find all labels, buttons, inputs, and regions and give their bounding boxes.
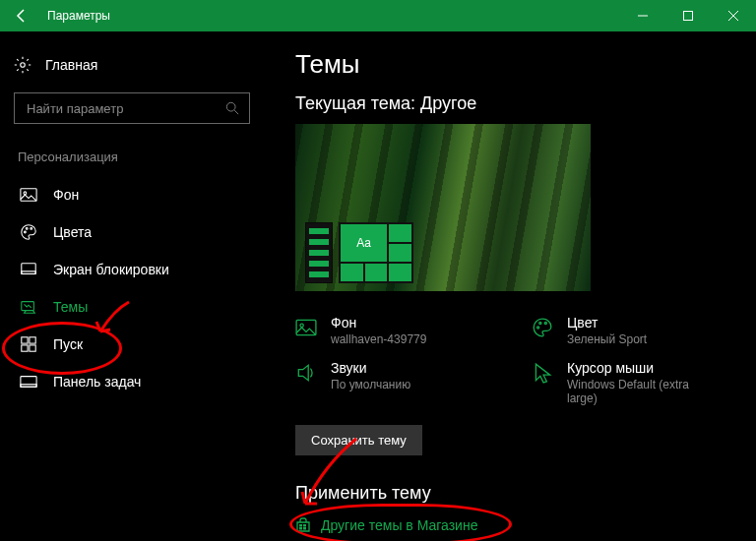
taskbar-icon [20, 373, 37, 391]
svg-rect-1 [684, 12, 693, 21]
titlebar: Параметры [0, 0, 756, 31]
save-theme-button[interactable]: Сохранить тему [295, 425, 422, 455]
svg-rect-27 [303, 527, 306, 530]
svg-point-20 [300, 324, 303, 327]
section-header: Персонализация [18, 150, 266, 164]
cursor-icon [532, 362, 553, 384]
back-button[interactable] [0, 0, 43, 31]
palette-icon [20, 223, 37, 241]
picture-icon [20, 186, 37, 204]
palette-icon [532, 317, 553, 338]
svg-point-6 [24, 192, 27, 195]
sidebar: Главная Персонализация Фон Цвета Экран б… [0, 31, 266, 541]
svg-rect-13 [22, 337, 28, 343]
sidebar-item-label: Фон [53, 187, 79, 203]
page-title: Темы [295, 49, 736, 80]
sidebar-item-lockscreen[interactable]: Экран блокировки [14, 251, 266, 288]
setting-label: Курсор мыши [567, 360, 719, 376]
svg-rect-18 [21, 385, 36, 388]
main-content: Темы Текущая тема: Другое Aa Фонwallhave… [266, 31, 756, 541]
svg-line-4 [234, 110, 238, 114]
svg-rect-24 [299, 524, 302, 527]
sidebar-item-colors[interactable]: Цвета [14, 213, 266, 251]
start-icon [20, 335, 37, 353]
setting-label: Фон [331, 315, 426, 331]
setting-value: По умолчанию [331, 378, 410, 391]
svg-point-3 [226, 102, 235, 111]
setting-label: Звуки [331, 360, 410, 376]
minimize-button[interactable] [620, 0, 665, 31]
picture-icon [295, 317, 317, 338]
svg-rect-15 [22, 345, 28, 351]
svg-rect-11 [22, 271, 35, 274]
sound-icon [295, 362, 317, 384]
store-icon [295, 517, 311, 533]
setting-value: wallhaven-439779 [331, 332, 426, 346]
store-link-label: Другие темы в Магазине [321, 517, 477, 533]
themes-icon [20, 298, 37, 316]
sidebar-item-label: Темы [53, 299, 88, 315]
svg-rect-16 [30, 345, 35, 351]
svg-rect-14 [30, 337, 35, 343]
search-input[interactable] [25, 100, 225, 117]
svg-point-7 [25, 231, 27, 233]
setting-sounds[interactable]: ЗвукиПо умолчанию [295, 360, 482, 405]
setting-value: Windows Default (extra large) [567, 378, 719, 405]
sidebar-item-label: Панель задач [53, 374, 141, 390]
setting-color[interactable]: ЦветЗеленый Sport [532, 315, 719, 346]
svg-rect-26 [299, 527, 302, 530]
home-link[interactable]: Главная [14, 49, 266, 81]
sidebar-item-themes[interactable]: Темы [14, 288, 266, 326]
setting-value: Зеленый Sport [567, 332, 647, 346]
svg-point-9 [31, 228, 32, 230]
sidebar-item-label: Цвета [53, 224, 92, 240]
maximize-button[interactable] [665, 0, 711, 31]
preview-taskbar: Aa [305, 222, 413, 283]
close-button[interactable] [711, 0, 756, 31]
gear-icon [14, 56, 32, 74]
setting-label: Цвет [567, 315, 647, 331]
window-title: Параметры [43, 9, 110, 23]
apply-theme-heading: Применить тему [295, 483, 736, 504]
svg-point-23 [544, 323, 546, 325]
search-icon [225, 101, 239, 115]
svg-point-21 [537, 327, 539, 329]
preview-tile-text: Aa [341, 224, 387, 262]
sidebar-item-label: Экран блокировки [53, 262, 169, 277]
setting-background[interactable]: Фонwallhaven-439779 [295, 315, 482, 346]
svg-point-8 [26, 228, 28, 230]
svg-point-22 [539, 323, 541, 325]
lockscreen-icon [20, 261, 37, 278]
current-theme-label: Текущая тема: Другое [295, 93, 736, 114]
store-themes-link[interactable]: Другие темы в Магазине [295, 517, 736, 533]
setting-cursor[interactable]: Курсор мышиWindows Default (extra large) [532, 360, 719, 405]
sidebar-item-taskbar[interactable]: Панель задач [14, 363, 266, 400]
svg-point-2 [21, 63, 26, 68]
theme-preview: Aa [295, 124, 591, 291]
search-box[interactable] [14, 92, 250, 124]
svg-rect-25 [303, 524, 306, 527]
home-label: Главная [45, 57, 97, 73]
sidebar-item-label: Пуск [53, 336, 83, 352]
sidebar-item-background[interactable]: Фон [14, 176, 266, 213]
sidebar-item-start[interactable]: Пуск [14, 326, 266, 363]
